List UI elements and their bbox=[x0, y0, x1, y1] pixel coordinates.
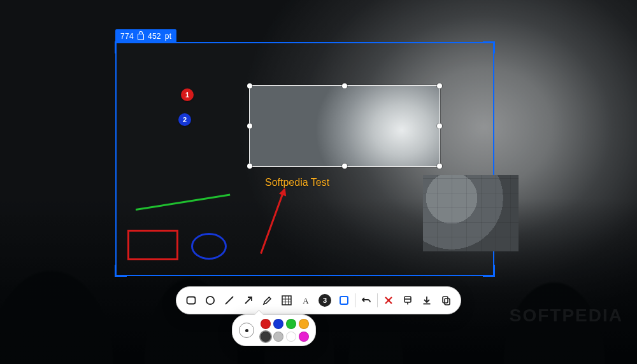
text-tool-button[interactable]: A bbox=[297, 292, 314, 309]
selection-size-badge: 774 452 pt bbox=[115, 29, 176, 43]
svg-line-2 bbox=[225, 297, 233, 304]
color-swatch-black[interactable] bbox=[261, 332, 271, 342]
selection-height: 452 bbox=[148, 30, 161, 43]
stroke-width-button[interactable] bbox=[239, 323, 254, 338]
ellipse-tool-button[interactable] bbox=[202, 292, 218, 309]
color-tool-button[interactable] bbox=[336, 292, 352, 309]
color-swatch-blue[interactable] bbox=[273, 319, 283, 329]
copy-button[interactable] bbox=[438, 292, 454, 309]
ellipse-annotation[interactable] bbox=[191, 233, 227, 260]
cropped-image-annotation[interactable] bbox=[249, 85, 440, 167]
rectangle-annotation[interactable] bbox=[127, 230, 178, 260]
annotation-toolbar: A 3 bbox=[176, 286, 461, 314]
color-swatch-gray[interactable] bbox=[273, 332, 283, 342]
color-swatch-white[interactable] bbox=[286, 332, 296, 342]
svg-line-3 bbox=[245, 298, 251, 304]
mosaic-annotation[interactable] bbox=[423, 175, 519, 251]
lock-icon bbox=[138, 34, 144, 40]
line-tool-button[interactable] bbox=[221, 292, 238, 309]
toolbar-separator bbox=[377, 293, 378, 307]
selection-width: 774 bbox=[120, 30, 134, 43]
undo-button[interactable] bbox=[358, 292, 375, 309]
svg-rect-4 bbox=[282, 296, 291, 305]
step-marker-1[interactable]: 1 bbox=[181, 88, 194, 101]
cancel-button[interactable] bbox=[380, 292, 397, 309]
svg-rect-18 bbox=[443, 297, 448, 303]
color-picker-popover bbox=[232, 314, 316, 346]
svg-rect-10 bbox=[340, 297, 348, 304]
svg-rect-0 bbox=[187, 297, 196, 304]
svg-point-1 bbox=[206, 297, 214, 304]
toolbar-separator bbox=[355, 293, 355, 307]
arrow-tool-button[interactable] bbox=[240, 292, 257, 309]
save-button[interactable] bbox=[419, 292, 435, 309]
mosaic-tool-button[interactable] bbox=[278, 292, 295, 309]
pin-button[interactable] bbox=[399, 292, 416, 309]
color-swatch-grid bbox=[261, 319, 309, 342]
color-swatch-red[interactable] bbox=[261, 319, 271, 329]
color-swatch-yellow[interactable] bbox=[299, 319, 309, 329]
text-annotation[interactable]: Softpedia Test bbox=[265, 177, 329, 188]
selection-unit: pt bbox=[165, 30, 172, 43]
color-swatch-pink[interactable] bbox=[299, 332, 309, 342]
counter-tool-button[interactable]: 3 bbox=[317, 292, 333, 309]
svg-rect-19 bbox=[445, 298, 450, 305]
color-swatch-green[interactable] bbox=[286, 319, 296, 329]
step-marker-2[interactable]: 2 bbox=[178, 113, 191, 126]
counter-badge: 3 bbox=[318, 294, 331, 307]
watermark: SOFTPEDIA bbox=[510, 305, 623, 326]
pencil-tool-button[interactable] bbox=[259, 292, 276, 309]
svg-text:A: A bbox=[303, 296, 309, 305]
rectangle-tool-button[interactable] bbox=[183, 292, 199, 309]
